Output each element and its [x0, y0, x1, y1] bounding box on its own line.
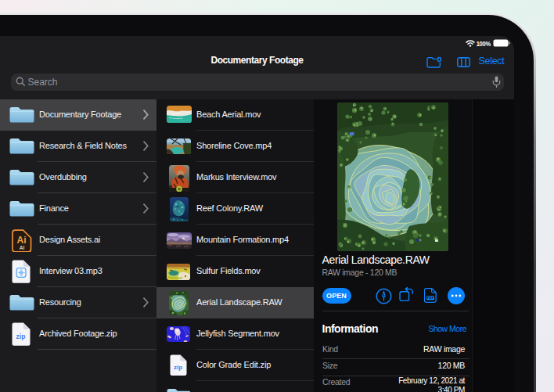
svg-text:Ai: Ai — [16, 235, 26, 246]
svg-text:zip: zip — [174, 364, 182, 371]
svg-text:zip: zip — [16, 333, 25, 340]
svg-text:PDF: PDF — [426, 296, 433, 300]
svg-text:AI: AI — [19, 245, 24, 250]
